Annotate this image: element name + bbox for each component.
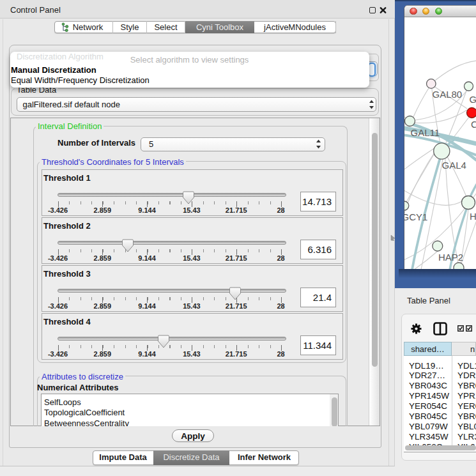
svg-text:GAL4: GAL4	[442, 160, 466, 171]
svg-text:H: H	[470, 211, 476, 222]
svg-text:C: C	[471, 119, 476, 130]
svg-text:GCY1: GCY1	[404, 211, 427, 222]
svg-text:GAL80: GAL80	[433, 89, 463, 100]
svg-text:GAL11: GAL11	[411, 127, 440, 138]
svg-text:GA: GA	[470, 94, 476, 105]
svg-text:HAP2: HAP2	[438, 252, 463, 263]
